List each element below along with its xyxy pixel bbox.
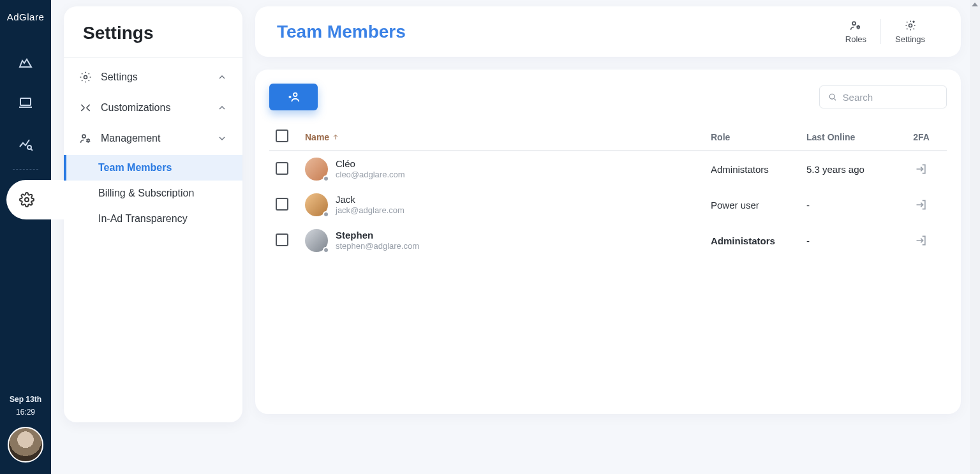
status-dot-icon (323, 175, 329, 182)
table-row[interactable]: Jack jack@adglare.com Power user - (269, 187, 947, 223)
gear-icon (79, 71, 92, 84)
panel-group-label: Settings (101, 71, 138, 83)
subitem-in-ad-transparency[interactable]: In-Ad Transparency (64, 206, 242, 232)
chevron-up-icon (217, 103, 227, 113)
manage-accounts-icon (79, 132, 92, 145)
status-dot-icon (323, 247, 329, 253)
subitem-label: In-Ad Transparency (98, 213, 188, 224)
rail-settings-active[interactable] (6, 180, 64, 219)
page-header: Team Members Roles Settings (255, 6, 961, 57)
table-header-row: Name Role Last Online 2FA (269, 123, 947, 151)
search-input[interactable] (843, 92, 939, 103)
analytics-icon[interactable] (18, 136, 33, 151)
svg-point-1 (27, 145, 31, 149)
search-box[interactable] (819, 85, 947, 108)
landscape-icon[interactable] (18, 54, 33, 70)
member-last-online: - (806, 235, 902, 246)
content-card: Name Role Last Online 2FA Cléo cl (255, 70, 961, 414)
login-icon[interactable] (915, 198, 928, 211)
brand-text: AdGlare (7, 11, 45, 22)
login-icon[interactable] (915, 234, 928, 247)
panel-group-label: Management (101, 133, 160, 144)
status-dot-icon (323, 211, 329, 218)
chevron-down-icon (217, 133, 227, 144)
panel-group-customizations[interactable]: Customizations (64, 93, 242, 123)
member-name: Stephen (336, 230, 419, 241)
login-icon[interactable] (915, 163, 928, 175)
avatar (305, 158, 328, 181)
panel-title: Settings (64, 23, 242, 57)
member-email: cleo@adglare.com (336, 170, 405, 180)
member-email: stephen@adglare.com (336, 241, 419, 251)
scroll-up-arrow-icon (972, 3, 978, 6)
svg-point-10 (829, 94, 835, 99)
th-last-online[interactable]: Last Online (806, 132, 902, 142)
gear-plus-icon (904, 19, 917, 32)
member-name: Jack (336, 194, 405, 205)
sliders-icon (79, 101, 92, 114)
person-add-icon (286, 90, 301, 104)
panel-group-management[interactable]: Management (64, 123, 242, 154)
chevron-up-icon (217, 72, 227, 82)
svg-point-6 (852, 22, 856, 25)
rail-bottom: Sep 13th 16:29 (8, 395, 43, 474)
settings-panel: Settings Settings Customizations Managem… (64, 6, 242, 422)
row-checkbox[interactable] (276, 198, 288, 211)
rail-nav-icons (18, 54, 33, 151)
search-icon (828, 91, 838, 103)
header-action-label: Settings (895, 34, 925, 44)
sort-asc-icon (332, 133, 339, 141)
svg-point-5 (87, 140, 89, 142)
add-member-button[interactable] (269, 84, 318, 110)
left-rail: AdGlare Sep 13th 16:29 (0, 0, 51, 474)
svg-point-8 (909, 24, 912, 27)
th-role[interactable]: Role (711, 132, 806, 142)
current-user-avatar[interactable] (8, 427, 43, 463)
members-table: Name Role Last Online 2FA Cléo cl (269, 123, 947, 258)
rail-time: 16:29 (16, 408, 35, 417)
subitem-label: Team Members (98, 162, 172, 173)
panel-divider (64, 57, 242, 58)
svg-point-4 (82, 135, 85, 138)
rail-divider (13, 169, 38, 170)
avatar (305, 229, 328, 252)
table-row[interactable]: Cléo cleo@adglare.com Administators 5.3 … (269, 151, 947, 187)
panel-subitems: Team Members Billing & Subscription In-A… (64, 154, 242, 233)
name-cell: Cléo cleo@adglare.com (305, 158, 711, 181)
panel-group-settings[interactable]: Settings (64, 62, 242, 93)
svg-point-9 (293, 93, 297, 97)
row-checkbox[interactable] (276, 233, 288, 246)
laptop-icon[interactable] (18, 95, 33, 110)
name-cell: Stephen stephen@adglare.com (305, 229, 711, 252)
th-2fa[interactable]: 2FA (902, 132, 940, 142)
panel-group-label: Customizations (101, 102, 170, 114)
gear-icon (19, 192, 34, 207)
member-role: Administators (711, 164, 806, 175)
th-name[interactable]: Name (305, 132, 711, 142)
vertical-scrollbar[interactable] (970, 0, 980, 474)
row-checkbox[interactable] (276, 162, 288, 175)
svg-point-3 (84, 76, 87, 79)
th-name-label: Name (305, 132, 329, 142)
name-cell: Jack jack@adglare.com (305, 193, 711, 216)
brand-logo[interactable]: AdGlare (7, 11, 45, 22)
subitem-team-members[interactable]: Team Members (64, 155, 242, 181)
table-row[interactable]: Stephen stephen@adglare.com Administator… (269, 223, 947, 258)
rail-date: Sep 13th (10, 395, 41, 404)
roles-icon (849, 19, 862, 32)
header-action-roles[interactable]: Roles (831, 19, 880, 44)
select-all-checkbox[interactable] (276, 130, 288, 142)
member-last-online: - (806, 200, 902, 211)
subitem-billing[interactable]: Billing & Subscription (64, 181, 242, 206)
member-name: Cléo (336, 158, 405, 170)
member-email: jack@adglare.com (336, 205, 405, 216)
member-last-online: 5.3 years ago (806, 164, 902, 175)
svg-rect-0 (20, 98, 31, 105)
header-action-settings[interactable]: Settings (880, 19, 939, 44)
subitem-label: Billing & Subscription (98, 188, 194, 198)
member-role: Power user (711, 200, 806, 211)
header-action-label: Roles (845, 34, 866, 44)
avatar (305, 193, 328, 216)
page-title: Team Members (277, 22, 406, 42)
svg-point-2 (25, 198, 29, 202)
